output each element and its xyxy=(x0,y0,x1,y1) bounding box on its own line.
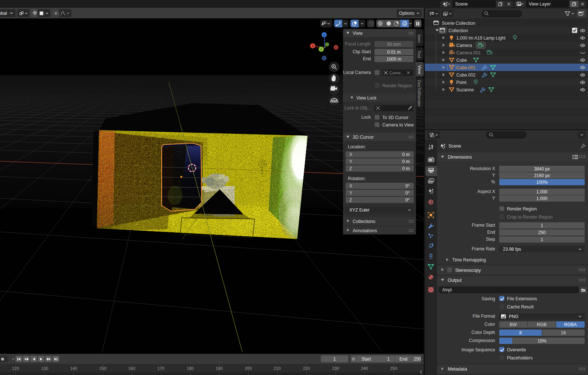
svg-text:Z: Z xyxy=(323,33,325,37)
svg-text:X: X xyxy=(312,44,314,48)
svg-text:Y: Y xyxy=(320,47,323,51)
